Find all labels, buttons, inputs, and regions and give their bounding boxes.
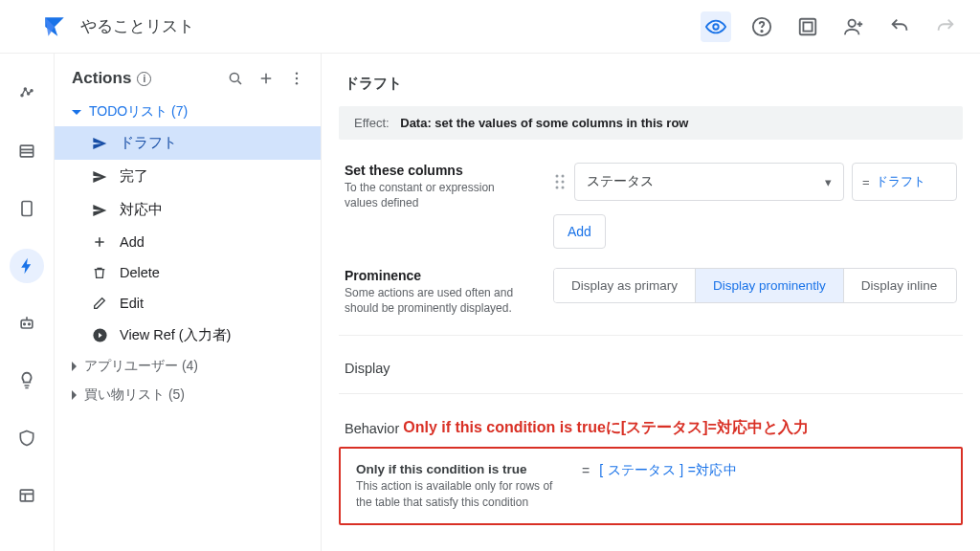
set-columns-subtitle: To the constant or expression values def… [345, 180, 528, 210]
equals-icon: = [862, 175, 870, 189]
rail-settings[interactable] [10, 478, 44, 513]
effect-summary[interactable]: Effect: Data: set the values of some col… [339, 106, 963, 140]
condition-subtitle: This action is available only for rows o… [356, 478, 557, 509]
action-label: Delete [120, 265, 160, 280]
column-value-input[interactable]: = ドラフト [852, 163, 957, 201]
behavior-section-header[interactable]: BehaviorOnly if this condition is trueに[… [339, 404, 963, 447]
effect-value: Data: set the values of some columns in … [400, 116, 688, 130]
svg-point-22 [562, 175, 565, 178]
add-action-button[interactable] [256, 70, 277, 87]
svg-point-23 [556, 181, 559, 184]
action-item-edit[interactable]: Edit [55, 288, 321, 319]
prominence-option-primary[interactable]: Display as primary [554, 269, 695, 302]
effect-label: Effect: [354, 116, 390, 130]
send-icon [91, 136, 108, 151]
svg-point-2 [761, 30, 762, 31]
svg-rect-3 [800, 18, 816, 34]
svg-point-18 [296, 77, 298, 79]
svg-rect-4 [803, 22, 812, 31]
action-item-draft[interactable]: ドラフト [55, 126, 321, 160]
action-label: 対応中 [120, 201, 163, 219]
group-shopping[interactable]: 買い物リスト (5) [55, 381, 321, 409]
app-title: やることリスト [80, 15, 194, 37]
condition-formula: [ ステータス ] =対応中 [599, 462, 737, 479]
group-todolist[interactable]: TODOリスト (7) [55, 98, 321, 126]
info-icon[interactable]: i [137, 72, 151, 86]
search-button[interactable] [225, 70, 246, 87]
column-select[interactable]: ステータス ▾ [574, 163, 844, 201]
svg-point-6 [21, 95, 23, 97]
redo-button[interactable] [930, 11, 961, 42]
rail-security[interactable] [10, 421, 44, 455]
chevron-down-icon [72, 110, 81, 115]
svg-point-19 [296, 82, 298, 84]
divider [339, 393, 963, 394]
group-label: アプリユーザー (4) [84, 358, 198, 375]
send-icon [91, 203, 108, 218]
svg-point-16 [230, 73, 238, 81]
column-value-text: ドラフト [876, 173, 925, 190]
annotation-text: Only if this condition is trueに[ステータス]=対… [403, 419, 809, 435]
rail-home[interactable] [10, 77, 44, 111]
edit-icon [91, 296, 108, 311]
svg-rect-15 [20, 490, 33, 501]
svg-rect-11 [22, 202, 32, 216]
condition-title: Only if this condition is true [356, 462, 557, 476]
equals-icon: = [582, 463, 590, 478]
svg-point-26 [562, 187, 565, 189]
svg-point-13 [24, 323, 26, 325]
more-button[interactable] [286, 70, 307, 87]
prominence-subtitle: Some actions are used often and should b… [345, 285, 528, 316]
svg-point-17 [296, 73, 298, 75]
help-button[interactable] [746, 11, 777, 42]
prominence-segmented: Display as primary Display prominently D… [553, 268, 957, 303]
action-item-inprogress[interactable]: 対応中 [55, 193, 321, 227]
send-icon [91, 169, 108, 185]
condition-input[interactable]: = [ ステータス ] =対応中 [582, 462, 737, 479]
svg-point-8 [28, 93, 30, 95]
chevron-right-icon [72, 390, 77, 400]
drag-handle-icon[interactable] [553, 172, 567, 191]
rail-bots[interactable] [10, 306, 44, 341]
action-label: View Ref (入力者) [120, 326, 231, 344]
action-item-done[interactable]: 完了 [55, 160, 321, 193]
action-item-add[interactable]: Add [55, 227, 321, 257]
chevron-right-icon [72, 362, 77, 371]
prominence-title: Prominence [345, 268, 528, 283]
action-label: Add [120, 234, 145, 250]
undo-button[interactable] [884, 11, 915, 42]
action-item-delete[interactable]: Delete [55, 257, 321, 288]
app-logo-icon [42, 14, 67, 39]
layout-button[interactable] [792, 11, 823, 42]
rail-intelligence[interactable] [10, 364, 44, 398]
plus-icon [91, 234, 108, 250]
add-user-button[interactable] [838, 11, 869, 42]
add-column-button[interactable]: Add [553, 214, 606, 249]
trash-icon [91, 265, 108, 280]
condition-box: Only if this condition is true This acti… [339, 447, 963, 524]
prominence-option-prominent[interactable]: Display prominently [695, 269, 843, 302]
display-section-header[interactable]: Display [339, 345, 963, 384]
svg-point-0 [713, 24, 719, 30]
rail-data[interactable] [10, 134, 44, 168]
rail-views[interactable] [10, 191, 44, 226]
svg-point-14 [29, 323, 31, 325]
rail-automation[interactable] [10, 249, 44, 283]
prominence-option-inline[interactable]: Display inline [843, 269, 955, 302]
group-appusers[interactable]: アプリユーザー (4) [55, 352, 321, 381]
panel-title: Actions [72, 69, 131, 88]
divider [339, 335, 963, 336]
action-item-viewref[interactable]: View Ref (入力者) [55, 319, 321, 352]
chevron-down-icon: ▾ [825, 175, 832, 189]
group-label: TODOリスト (7) [89, 103, 188, 121]
action-label: 完了 [120, 167, 148, 186]
set-columns-title: Set these columns [345, 163, 528, 178]
group-label: 買い物リスト (5) [84, 386, 185, 404]
svg-point-24 [562, 181, 565, 184]
action-label: Edit [120, 296, 144, 311]
action-label: ドラフト [120, 134, 177, 152]
svg-point-21 [556, 175, 559, 178]
preview-button[interactable] [701, 11, 731, 42]
arrow-right-circle-icon [91, 327, 108, 343]
svg-point-5 [849, 19, 856, 26]
